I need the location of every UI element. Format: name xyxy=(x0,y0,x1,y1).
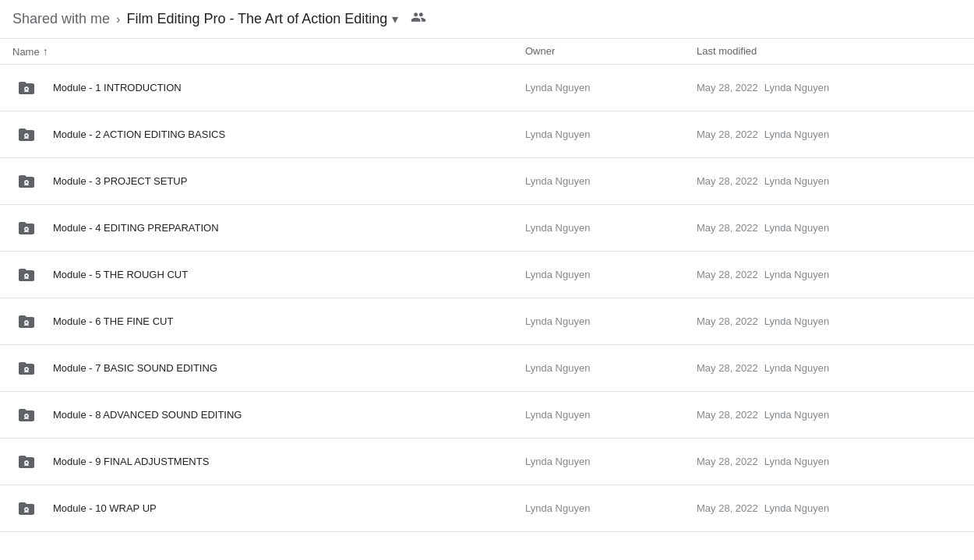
shared-folder-icon xyxy=(12,354,41,382)
shared-folder-icon xyxy=(12,167,41,195)
modified-date: May 28, 2022 xyxy=(697,502,758,514)
modified-cell: May 28, 2022 Lynda Nguyen xyxy=(697,175,962,187)
owner-cell: Lynda Nguyen xyxy=(525,456,697,467)
modified-date: May 28, 2022 xyxy=(697,409,758,421)
breadcrumb-current-folder: Film Editing Pro - The Art of Action Edi… xyxy=(126,11,398,27)
file-name: Module - 2 ACTION EDITING BASICS xyxy=(53,129,225,140)
table-row[interactable]: Module - 10 WRAP UP Lynda Nguyen May 28,… xyxy=(0,485,974,532)
file-name: Module - 7 BASIC SOUND EDITING xyxy=(53,362,217,374)
modified-by: Lynda Nguyen xyxy=(764,269,829,280)
file-name: Module - 4 EDITING PREPARATION xyxy=(53,222,219,234)
shared-folder-icon xyxy=(12,308,41,336)
modified-cell: May 28, 2022 Lynda Nguyen xyxy=(697,129,962,140)
modified-date: May 28, 2022 xyxy=(697,82,758,93)
modified-date: May 28, 2022 xyxy=(697,315,758,327)
shared-folder-icon xyxy=(12,261,41,289)
file-list: Module - 1 INTRODUCTION Lynda Nguyen May… xyxy=(0,65,974,532)
table-row[interactable]: Module - 8 ADVANCED SOUND EDITING Lynda … xyxy=(0,392,974,438)
owner-cell: Lynda Nguyen xyxy=(525,175,697,187)
modified-cell: May 28, 2022 Lynda Nguyen xyxy=(697,315,962,327)
file-name: Module - 5 THE ROUGH CUT xyxy=(53,269,188,280)
file-name: Module - 1 INTRODUCTION xyxy=(53,82,182,93)
breadcrumb-separator: › xyxy=(116,12,120,26)
file-name-cell: Module - 9 FINAL ADJUSTMENTS xyxy=(12,440,525,484)
file-name-cell: Module - 7 BASIC SOUND EDITING xyxy=(12,347,525,390)
table-row[interactable]: Module - 4 EDITING PREPARATION Lynda Ngu… xyxy=(0,205,974,252)
modified-by: Lynda Nguyen xyxy=(764,82,829,93)
owner-cell: Lynda Nguyen xyxy=(525,409,697,421)
modified-cell: May 28, 2022 Lynda Nguyen xyxy=(697,269,962,280)
table-row[interactable]: Module - 9 FINAL ADJUSTMENTS Lynda Nguye… xyxy=(0,438,974,485)
file-name: Module - 3 PROJECT SETUP xyxy=(53,175,187,187)
file-name: Module - 6 THE FINE CUT xyxy=(53,315,173,327)
file-name-cell: Module - 1 INTRODUCTION xyxy=(12,66,525,110)
file-name-cell: Module - 4 EDITING PREPARATION xyxy=(12,206,525,250)
file-name: Module - 10 WRAP UP xyxy=(53,502,157,514)
column-name-header[interactable]: Name ↑ xyxy=(12,45,525,58)
table-row[interactable]: Module - 3 PROJECT SETUP Lynda Nguyen Ma… xyxy=(0,158,974,205)
owner-cell: Lynda Nguyen xyxy=(525,129,697,140)
file-name-cell: Module - 2 ACTION EDITING BASICS xyxy=(12,113,525,157)
shared-folder-icon xyxy=(12,74,41,102)
file-name-cell: Module - 6 THE FINE CUT xyxy=(12,300,525,343)
modified-by: Lynda Nguyen xyxy=(764,409,829,421)
modified-date: May 28, 2022 xyxy=(697,362,758,374)
file-name: Module - 9 FINAL ADJUSTMENTS xyxy=(53,456,209,467)
file-name-cell: Module - 10 WRAP UP xyxy=(12,487,525,530)
table-header: Name ↑ Owner Last modified xyxy=(0,39,974,65)
modified-cell: May 28, 2022 Lynda Nguyen xyxy=(697,222,962,234)
modified-by: Lynda Nguyen xyxy=(764,456,829,467)
shared-folder-icon xyxy=(12,495,41,523)
column-name-label: Name xyxy=(12,46,40,58)
shared-folder-icon xyxy=(12,401,41,429)
table-row[interactable]: Module - 5 THE ROUGH CUT Lynda Nguyen Ma… xyxy=(0,252,974,298)
breadcrumb-dropdown-icon[interactable]: ▾ xyxy=(392,12,398,26)
table-row[interactable]: Module - 2 ACTION EDITING BASICS Lynda N… xyxy=(0,111,974,158)
table-row[interactable]: Module - 6 THE FINE CUT Lynda Nguyen May… xyxy=(0,298,974,345)
modified-date: May 28, 2022 xyxy=(697,269,758,280)
modified-cell: May 28, 2022 Lynda Nguyen xyxy=(697,362,962,374)
owner-cell: Lynda Nguyen xyxy=(525,362,697,374)
breadcrumb: Shared with me › Film Editing Pro - The … xyxy=(0,0,974,39)
owner-cell: Lynda Nguyen xyxy=(525,82,697,93)
table-row[interactable]: Module - 7 BASIC SOUND EDITING Lynda Ngu… xyxy=(0,345,974,392)
owner-cell: Lynda Nguyen xyxy=(525,269,697,280)
table-row[interactable]: Module - 1 INTRODUCTION Lynda Nguyen May… xyxy=(0,65,974,111)
sort-ascending-icon: ↑ xyxy=(43,45,48,58)
modified-by: Lynda Nguyen xyxy=(764,502,829,514)
column-owner-header: Owner xyxy=(525,45,697,58)
modified-date: May 28, 2022 xyxy=(697,222,758,234)
file-name-cell: Module - 5 THE ROUGH CUT xyxy=(12,253,525,297)
shared-folder-icon xyxy=(12,214,41,242)
share-people-icon[interactable] xyxy=(411,9,426,29)
file-name-cell: Module - 8 ADVANCED SOUND EDITING xyxy=(12,393,525,437)
modified-cell: May 28, 2022 Lynda Nguyen xyxy=(697,502,962,514)
breadcrumb-shared-with-me[interactable]: Shared with me xyxy=(12,11,110,27)
owner-cell: Lynda Nguyen xyxy=(525,502,697,514)
breadcrumb-folder-name: Film Editing Pro - The Art of Action Edi… xyxy=(126,11,387,27)
owner-cell: Lynda Nguyen xyxy=(525,315,697,327)
file-name-cell: Module - 3 PROJECT SETUP xyxy=(12,160,525,203)
modified-cell: May 28, 2022 Lynda Nguyen xyxy=(697,82,962,93)
modified-date: May 28, 2022 xyxy=(697,129,758,140)
modified-by: Lynda Nguyen xyxy=(764,362,829,374)
modified-by: Lynda Nguyen xyxy=(764,222,829,234)
column-modified-header: Last modified xyxy=(697,45,962,58)
file-name: Module - 8 ADVANCED SOUND EDITING xyxy=(53,409,242,421)
modified-cell: May 28, 2022 Lynda Nguyen xyxy=(697,456,962,467)
modified-cell: May 28, 2022 Lynda Nguyen xyxy=(697,409,962,421)
shared-folder-icon xyxy=(12,121,41,149)
modified-date: May 28, 2022 xyxy=(697,175,758,187)
modified-by: Lynda Nguyen xyxy=(764,315,829,327)
modified-by: Lynda Nguyen xyxy=(764,129,829,140)
modified-by: Lynda Nguyen xyxy=(764,175,829,187)
modified-date: May 28, 2022 xyxy=(697,456,758,467)
owner-cell: Lynda Nguyen xyxy=(525,222,697,234)
shared-folder-icon xyxy=(12,448,41,476)
